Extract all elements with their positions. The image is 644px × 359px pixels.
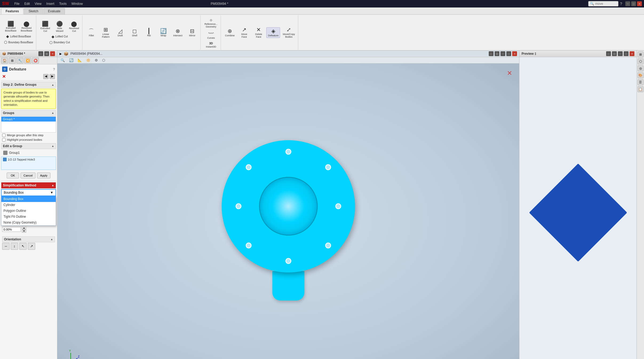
edit-group-section-header[interactable]: Edit a Group ▲ <box>1 143 56 149</box>
simp-collapse-icon[interactable]: ▲ <box>51 184 54 187</box>
spin-down-btn[interactable]: ▼ <box>22 229 26 233</box>
mirror-btn[interactable]: ⊟ Mirror <box>185 27 199 38</box>
sidebar-icon-4[interactable]: 🎨 <box>638 72 643 78</box>
help-icon[interactable]: ? <box>620 2 622 6</box>
groups-section-header[interactable]: Groups ▲ <box>1 110 56 116</box>
ok-button[interactable]: OK <box>7 173 19 178</box>
sidebar-icon-3[interactable]: ◎ <box>638 65 643 71</box>
vp-shape-btn[interactable]: ⬡ <box>101 58 107 63</box>
move-copy-bodies-btn[interactable]: ⤢ Move/CopyBodies <box>281 26 297 39</box>
move-face-btn[interactable]: ↗ MoveFace <box>237 26 251 39</box>
group-item-1[interactable]: Group1 * <box>1 117 56 122</box>
menu-window[interactable]: Window <box>69 1 85 6</box>
num-value-input[interactable] <box>2 227 21 232</box>
menu-tools[interactable]: Tools <box>57 1 69 6</box>
panel-tool-5[interactable]: ⭕ <box>32 58 39 64</box>
extruded-cut-btn[interactable]: ⬛ ExtrudedCut <box>38 20 52 33</box>
dropdown-option-polygon[interactable]: Polygon Outline <box>1 208 56 214</box>
preview-minimize-btn[interactable]: ─ <box>618 51 623 56</box>
lofted-cut-btn[interactable]: ◆ Lofted Cut <box>50 34 69 39</box>
extruded-boss-btn[interactable]: ⬛ ExtrudedBoss/Base <box>3 20 18 33</box>
close-btn[interactable]: ✕ <box>637 1 642 6</box>
reference-geometry-btn[interactable]: ⬦ Reference...Geometry <box>203 16 219 29</box>
cancel-button[interactable]: Cancel <box>21 173 35 178</box>
step-collapse-icon[interactable]: ▲ <box>51 83 54 86</box>
groups-collapse-icon[interactable]: ▲ <box>51 111 54 114</box>
dropdown-option-cylinder[interactable]: Cylinder <box>1 202 56 208</box>
vp-rotate-btn[interactable]: 🔄 <box>67 58 75 63</box>
tab-features[interactable]: Features <box>1 8 23 14</box>
minimize-btn[interactable]: ─ <box>625 1 630 6</box>
edit-group-collapse-icon[interactable]: ▲ <box>51 145 54 147</box>
preview-restore-btn[interactable]: □ <box>606 51 611 56</box>
revolved-cut-btn[interactable]: ⬤ RevolvedCut <box>67 20 81 33</box>
viewport-dismiss-btn[interactable]: ✕ <box>505 69 514 77</box>
nav-back-btn[interactable]: ◀ <box>43 74 49 79</box>
preview-close-btn[interactable]: ✕ <box>630 51 634 56</box>
orient-btn-1[interactable]: ↔ <box>2 243 10 250</box>
draft-btn[interactable]: ◿ Draft <box>113 27 127 38</box>
spin-up-btn[interactable]: ▲ <box>22 226 26 229</box>
panel-tool-3[interactable]: 🔧 <box>17 58 23 64</box>
viewport-square-btn[interactable]: □ <box>506 51 511 56</box>
nav-forward-btn[interactable]: ▶ <box>50 74 55 79</box>
combine-btn[interactable]: ⊕ Combine <box>223 27 236 38</box>
orient-btn-2[interactable]: ↕ <box>11 243 18 250</box>
linear-pattern-btn[interactable]: ⊞ LinearPattern <box>99 26 112 39</box>
dropdown-option-tight-fit[interactable]: Tight Fit Outline <box>1 214 56 220</box>
viewport-canvas[interactable]: ✕ <box>57 64 519 359</box>
close-x-button[interactable]: ✕ <box>2 74 6 79</box>
lofted-boss-btn[interactable]: ◆ Lofted Boss/Base <box>5 34 32 39</box>
highlight-bodies-checkbox[interactable] <box>2 138 6 142</box>
fillet-btn[interactable]: ⌒ Fillet <box>85 27 98 38</box>
preview-expand-btn[interactable]: ⊡ <box>612 51 617 56</box>
panel-tool-2[interactable]: ⊞ <box>9 58 16 64</box>
orientation-section-header[interactable]: Orientation ▲ <box>2 236 55 242</box>
menu-file[interactable]: File <box>12 1 22 6</box>
intersect-btn[interactable]: ⊗ Intersect <box>171 27 184 38</box>
vp-zoom-btn[interactable]: 🔍 <box>59 58 66 63</box>
menu-view[interactable]: View <box>33 1 44 6</box>
boundary-boss-btn[interactable]: ⬡ Boundary Boss/Base <box>3 40 34 45</box>
menu-edit[interactable]: Edit <box>22 1 32 6</box>
panel-restore-btn[interactable]: □ <box>38 51 43 56</box>
orient-btn-4[interactable]: ↗ <box>28 243 35 250</box>
delete-face-btn[interactable]: ✕ DeleteFace <box>252 26 265 39</box>
rib-btn[interactable]: ┃ Rib <box>142 27 156 38</box>
viewport-expand-btn[interactable]: ⊡ <box>495 51 499 56</box>
step-section-header[interactable]: Step 2: Define Groups ▲ <box>1 82 56 88</box>
simp-method-dropdown[interactable]: Bounding Box ▼ <box>1 189 56 196</box>
menu-insert[interactable]: Insert <box>44 1 57 6</box>
instant3d-btn[interactable]: 3D Instant3D <box>204 41 218 49</box>
orientation-collapse-icon[interactable]: ▲ <box>50 238 53 241</box>
hole-wizard-btn[interactable]: ⚫ HoleWizard <box>53 20 66 33</box>
dropdown-option-bounding-box[interactable]: Bounding Box <box>1 196 56 202</box>
viewport-restore-btn[interactable]: □ <box>489 51 494 56</box>
wrap-btn[interactable]: 🔄 Wrap <box>157 27 170 38</box>
dropdown-option-none[interactable]: None (Copy Geometry) <box>1 220 56 225</box>
search-input[interactable] <box>595 2 617 6</box>
panel-maximize-btn[interactable]: ⊟ <box>44 51 49 56</box>
restore-btn[interactable]: □ <box>631 1 636 6</box>
sidebar-icon-2[interactable]: ⬡ <box>638 58 643 64</box>
revolved-boss-btn[interactable]: ⬤ RevolvedBoss/Base <box>19 20 34 33</box>
boundary-cut-btn[interactable]: ⬡ Boundary Cut <box>48 40 71 45</box>
part-item-1[interactable]: 1/2-13 Tapped Hole3 <box>1 157 56 162</box>
panel-close-btn[interactable]: ✕ <box>50 51 55 56</box>
vp-measure-btn[interactable]: 📐 <box>76 58 84 63</box>
simp-method-header[interactable]: Simplification Method ▲ <box>1 182 56 189</box>
curves-btn[interactable]: 〰 Curves <box>204 30 218 40</box>
merge-groups-checkbox[interactable] <box>2 134 6 137</box>
apply-button[interactable]: Apply <box>37 173 50 178</box>
vp-settings-btn[interactable]: ⚙ <box>93 58 100 63</box>
help-button[interactable]: ? <box>53 67 55 71</box>
viewport-minimize-btn[interactable]: ─ <box>500 51 505 56</box>
panel-tool-4[interactable]: 🔀 <box>24 58 31 64</box>
tab-evaluate[interactable]: Evaluate <box>43 8 65 14</box>
vp-display-btn[interactable]: 🔆 <box>85 58 92 63</box>
defeature-btn[interactable]: ◈ Defeature <box>266 27 280 38</box>
panel-tool-1[interactable]: 🏠 <box>1 58 8 64</box>
tab-sketch[interactable]: Sketch <box>24 8 43 14</box>
shell-btn[interactable]: ◻ Shell <box>128 27 141 38</box>
orient-btn-3[interactable]: ↖ <box>19 243 27 250</box>
